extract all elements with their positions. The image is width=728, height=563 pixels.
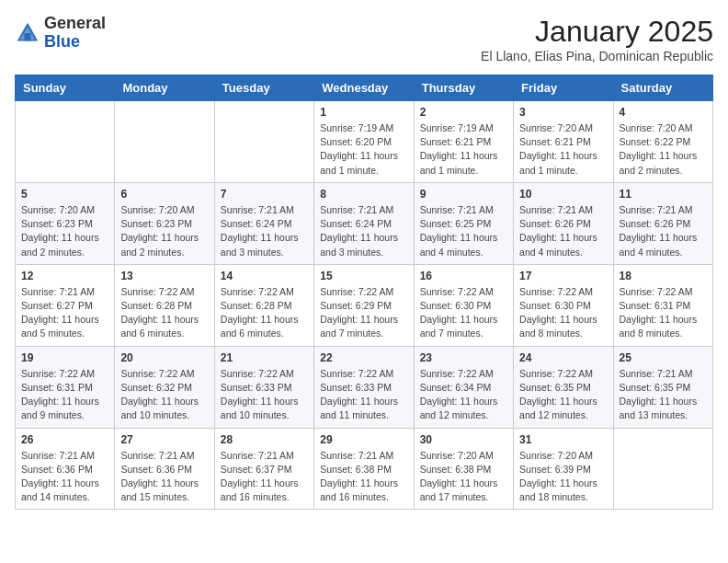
calendar-table: SundayMondayTuesdayWednesdayThursdayFrid…: [15, 75, 713, 510]
weekday-header-friday: Friday: [514, 75, 613, 101]
page-header: General Blue January 2025 El Llano, Elia…: [15, 15, 713, 63]
day-number: 9: [420, 188, 507, 201]
day-info: Sunrise: 7:22 AMSunset: 6:28 PMDaylight:…: [221, 285, 308, 341]
day-number: 30: [420, 433, 507, 446]
weekday-header-row: SundayMondayTuesdayWednesdayThursdayFrid…: [16, 75, 713, 101]
calendar-cell: 27Sunrise: 7:21 AMSunset: 6:36 PMDayligh…: [115, 428, 214, 510]
calendar-cell: 20Sunrise: 7:22 AMSunset: 6:32 PMDayligh…: [115, 346, 214, 428]
day-number: 27: [120, 433, 208, 446]
day-number: 19: [21, 351, 108, 364]
calendar-cell: 6Sunrise: 7:20 AMSunset: 6:23 PMDaylight…: [115, 182, 214, 264]
weekday-header-tuesday: Tuesday: [214, 75, 313, 101]
day-info: Sunrise: 7:21 AMSunset: 6:36 PMDaylight:…: [120, 449, 208, 505]
day-info: Sunrise: 7:22 AMSunset: 6:35 PMDaylight:…: [519, 367, 607, 423]
day-number: 24: [519, 351, 607, 364]
day-info: Sunrise: 7:20 AMSunset: 6:23 PMDaylight:…: [21, 203, 108, 259]
calendar-cell: 4Sunrise: 7:20 AMSunset: 6:22 PMDaylight…: [613, 101, 712, 183]
day-number: 8: [320, 188, 407, 201]
calendar-cell: 22Sunrise: 7:22 AMSunset: 6:33 PMDayligh…: [314, 346, 414, 428]
calendar-cell: 19Sunrise: 7:22 AMSunset: 6:31 PMDayligh…: [16, 346, 115, 428]
day-info: Sunrise: 7:21 AMSunset: 6:24 PMDaylight:…: [320, 203, 407, 259]
day-number: 18: [620, 270, 707, 282]
day-number: 7: [221, 188, 308, 201]
calendar-cell: [214, 101, 313, 183]
calendar-cell: 23Sunrise: 7:22 AMSunset: 6:34 PMDayligh…: [414, 346, 513, 428]
calendar-cell: 1Sunrise: 7:19 AMSunset: 6:20 PMDaylight…: [314, 101, 414, 183]
logo: General Blue: [15, 15, 106, 52]
day-info: Sunrise: 7:20 AMSunset: 6:39 PMDaylight:…: [519, 449, 607, 505]
title-block: January 2025 El Llano, Elias Pina, Domin…: [481, 15, 713, 63]
calendar-cell: 29Sunrise: 7:21 AMSunset: 6:38 PMDayligh…: [314, 428, 414, 510]
logo-text: General Blue: [44, 15, 106, 52]
calendar-cell: 12Sunrise: 7:21 AMSunset: 6:27 PMDayligh…: [16, 264, 115, 346]
day-number: 10: [519, 188, 607, 201]
weekday-header-sunday: Sunday: [16, 75, 115, 101]
day-number: 20: [120, 351, 208, 364]
logo-blue-text: Blue: [44, 32, 80, 51]
day-number: 28: [221, 433, 308, 446]
day-info: Sunrise: 7:22 AMSunset: 6:29 PMDaylight:…: [320, 285, 407, 341]
day-info: Sunrise: 7:22 AMSunset: 6:34 PMDaylight:…: [420, 367, 507, 423]
weekday-header-thursday: Thursday: [414, 75, 513, 101]
calendar-cell: 21Sunrise: 7:22 AMSunset: 6:33 PMDayligh…: [214, 346, 313, 428]
calendar-cell: 26Sunrise: 7:21 AMSunset: 6:36 PMDayligh…: [16, 428, 115, 510]
day-number: 6: [120, 188, 208, 201]
calendar-cell: 28Sunrise: 7:21 AMSunset: 6:37 PMDayligh…: [214, 428, 313, 510]
day-number: 11: [620, 188, 707, 201]
day-number: 23: [420, 351, 507, 364]
day-info: Sunrise: 7:19 AMSunset: 6:21 PMDaylight:…: [420, 121, 507, 178]
calendar-cell: 8Sunrise: 7:21 AMSunset: 6:24 PMDaylight…: [314, 182, 414, 264]
day-number: 26: [21, 433, 108, 446]
day-number: 1: [320, 106, 407, 119]
weekday-header-monday: Monday: [115, 75, 214, 101]
day-number: 14: [221, 270, 308, 282]
calendar-cell: 10Sunrise: 7:21 AMSunset: 6:26 PMDayligh…: [514, 182, 613, 264]
day-number: 25: [620, 351, 707, 364]
day-number: 16: [420, 270, 507, 282]
day-info: Sunrise: 7:21 AMSunset: 6:35 PMDaylight:…: [620, 367, 707, 423]
calendar-subtitle: El Llano, Elias Pina, Dominican Republic: [481, 49, 713, 63]
calendar-cell: 3Sunrise: 7:20 AMSunset: 6:21 PMDaylight…: [514, 101, 613, 183]
day-info: Sunrise: 7:21 AMSunset: 6:37 PMDaylight:…: [221, 449, 308, 505]
calendar-week-row: 12Sunrise: 7:21 AMSunset: 6:27 PMDayligh…: [16, 264, 713, 346]
weekday-header-wednesday: Wednesday: [314, 75, 414, 101]
day-number: 21: [221, 351, 308, 364]
day-info: Sunrise: 7:21 AMSunset: 6:25 PMDaylight:…: [420, 203, 507, 259]
calendar-cell: [115, 101, 214, 183]
svg-rect-2: [25, 33, 31, 40]
calendar-week-row: 19Sunrise: 7:22 AMSunset: 6:31 PMDayligh…: [16, 346, 713, 428]
calendar-title: January 2025: [481, 15, 713, 49]
calendar-week-row: 1Sunrise: 7:19 AMSunset: 6:20 PMDaylight…: [16, 101, 713, 183]
logo-general-text: General: [44, 14, 106, 32]
calendar-cell: 15Sunrise: 7:22 AMSunset: 6:29 PMDayligh…: [314, 264, 414, 346]
day-info: Sunrise: 7:22 AMSunset: 6:28 PMDaylight:…: [120, 285, 208, 341]
day-info: Sunrise: 7:21 AMSunset: 6:26 PMDaylight:…: [519, 203, 607, 259]
day-number: 3: [519, 106, 607, 119]
weekday-header-saturday: Saturday: [613, 75, 712, 101]
calendar-cell: 2Sunrise: 7:19 AMSunset: 6:21 PMDaylight…: [414, 101, 513, 183]
day-number: 13: [120, 270, 208, 282]
day-number: 12: [21, 270, 108, 282]
logo-icon: [15, 20, 40, 46]
day-info: Sunrise: 7:19 AMSunset: 6:20 PMDaylight:…: [320, 121, 407, 178]
calendar-cell: 14Sunrise: 7:22 AMSunset: 6:28 PMDayligh…: [214, 264, 313, 346]
calendar-cell: 11Sunrise: 7:21 AMSunset: 6:26 PMDayligh…: [613, 182, 712, 264]
day-number: 31: [519, 433, 607, 446]
day-info: Sunrise: 7:22 AMSunset: 6:30 PMDaylight:…: [519, 285, 607, 341]
day-info: Sunrise: 7:20 AMSunset: 6:23 PMDaylight:…: [120, 203, 208, 259]
calendar-cell: 7Sunrise: 7:21 AMSunset: 6:24 PMDaylight…: [214, 182, 313, 264]
day-info: Sunrise: 7:22 AMSunset: 6:33 PMDaylight:…: [221, 367, 308, 423]
day-number: 2: [420, 106, 507, 119]
day-info: Sunrise: 7:21 AMSunset: 6:27 PMDaylight:…: [21, 285, 108, 341]
calendar-week-row: 26Sunrise: 7:21 AMSunset: 6:36 PMDayligh…: [16, 428, 713, 510]
day-number: 5: [21, 188, 108, 201]
calendar-week-row: 5Sunrise: 7:20 AMSunset: 6:23 PMDaylight…: [16, 182, 713, 264]
day-number: 4: [620, 106, 707, 119]
day-info: Sunrise: 7:22 AMSunset: 6:31 PMDaylight:…: [620, 285, 707, 341]
day-info: Sunrise: 7:20 AMSunset: 6:22 PMDaylight:…: [620, 121, 707, 178]
day-info: Sunrise: 7:20 AMSunset: 6:38 PMDaylight:…: [420, 449, 507, 505]
day-info: Sunrise: 7:20 AMSunset: 6:21 PMDaylight:…: [519, 121, 607, 178]
day-info: Sunrise: 7:22 AMSunset: 6:30 PMDaylight:…: [420, 285, 507, 341]
day-info: Sunrise: 7:21 AMSunset: 6:26 PMDaylight:…: [620, 203, 707, 259]
calendar-cell: 17Sunrise: 7:22 AMSunset: 6:30 PMDayligh…: [514, 264, 613, 346]
